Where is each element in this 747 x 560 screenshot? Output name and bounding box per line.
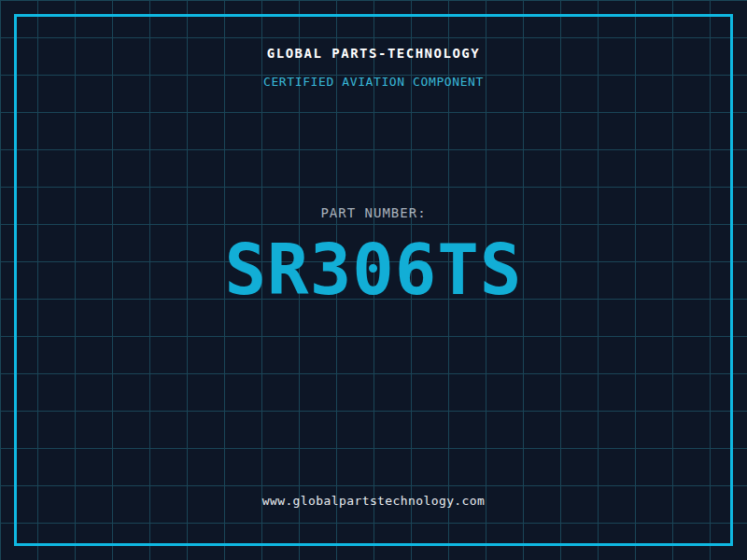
company-name: GLOBAL PARTS-TECHNOLOGY [0,47,747,60]
part-number-value: SR306TS [0,235,747,304]
website-url: www.globalpartstechnology.com [0,495,747,507]
certification-subtitle: CERTIFIED AVIATION COMPONENT [0,76,747,88]
part-number-label: PART NUMBER: [0,206,747,219]
